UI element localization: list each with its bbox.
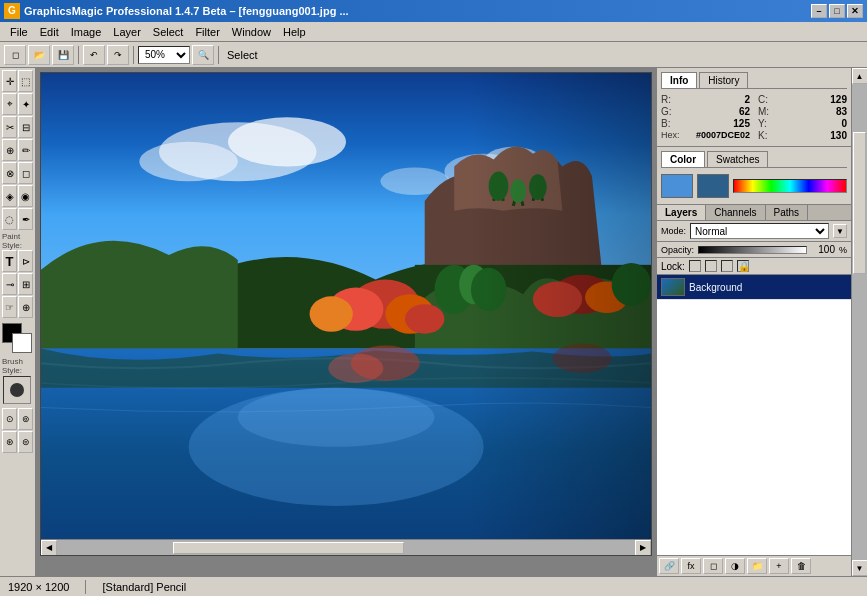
status-bar: 1920 × 1200 [Standard] Pencil (0, 576, 867, 596)
tool-pen[interactable]: ✒ (18, 208, 33, 230)
opacity-label: Opacity: (661, 245, 694, 255)
tool-eraser[interactable]: ◻ (18, 162, 33, 184)
tab-info[interactable]: Info (661, 72, 697, 88)
color-spectrum[interactable] (733, 179, 847, 193)
tool-path-select[interactable]: ⊳ (18, 250, 33, 272)
toolbar-save[interactable]: 💾 (52, 45, 74, 65)
tab-channels[interactable]: Channels (706, 205, 765, 220)
v-scroll-thumb[interactable] (853, 132, 866, 275)
tool-slice[interactable]: ⊟ (18, 116, 33, 138)
tool-lasso[interactable]: ⌖ (2, 93, 17, 115)
menu-edit[interactable]: Edit (34, 24, 65, 40)
opacity-value: 100 (811, 244, 835, 255)
menu-file[interactable]: File (4, 24, 34, 40)
fg-color-picker[interactable] (661, 174, 693, 198)
scroll-down-btn[interactable]: ▼ (852, 560, 868, 576)
layer-style-btn[interactable]: fx (681, 558, 701, 574)
hex-value: #0007DCE02 (696, 130, 750, 140)
tab-paths[interactable]: Paths (766, 205, 809, 220)
tool-zoom[interactable]: ⊕ (18, 296, 33, 318)
tool-extra1[interactable]: ⊙ (2, 408, 17, 430)
tool-extra4[interactable]: ⊜ (18, 431, 33, 453)
brush-style-label: Brush Style: (2, 356, 32, 374)
tool-eyedropper[interactable]: ⊸ (2, 273, 17, 295)
tool-extra3[interactable]: ⊛ (2, 431, 17, 453)
toolbar-open[interactable]: 📂 (28, 45, 50, 65)
status-divider (85, 580, 86, 594)
tool-hand[interactable]: ☞ (2, 296, 17, 318)
zoom-in-btn[interactable]: 🔍 (192, 45, 214, 65)
g-label: G: (661, 106, 672, 117)
blend-menu-btn[interactable]: ▼ (833, 224, 847, 238)
menu-window[interactable]: Window (226, 24, 277, 40)
tool-extra2[interactable]: ⊚ (18, 408, 33, 430)
y-value: 0 (841, 118, 847, 129)
tool-move[interactable]: ✛ (2, 70, 17, 92)
vertical-scrollbar[interactable]: ▲ ▼ (851, 68, 867, 576)
menu-help[interactable]: Help (277, 24, 312, 40)
v-scroll-track[interactable] (852, 84, 867, 560)
tool-pencil[interactable]: ✏ (18, 139, 33, 161)
lock-all-btn[interactable]: 🔒 (737, 260, 749, 272)
toolbar-undo[interactable]: ↶ (83, 45, 105, 65)
h-scroll-track[interactable] (57, 540, 635, 555)
image-dimensions: 1920 × 1200 (8, 581, 69, 593)
app-icon: G (4, 3, 20, 19)
tool-dodge[interactable]: ◌ (2, 208, 17, 230)
scroll-right-btn[interactable]: ▶ (635, 540, 651, 556)
image-container[interactable]: ◀ ▶ (40, 72, 652, 556)
canvas-area[interactable]: ◀ ▶ (36, 68, 656, 576)
menu-image[interactable]: Image (65, 24, 108, 40)
tool-crop[interactable]: ✂ (2, 116, 17, 138)
tab-layers[interactable]: Layers (657, 205, 706, 220)
blend-mode-select[interactable]: Normal Multiply Screen (690, 223, 829, 239)
r-label: R: (661, 94, 671, 105)
layers-list: Background (657, 275, 851, 555)
tool-measure[interactable]: ⊞ (18, 273, 33, 295)
opacity-row: Opacity: 100 % (657, 242, 851, 258)
opacity-slider[interactable] (698, 246, 807, 254)
toolbar-redo[interactable]: ↷ (107, 45, 129, 65)
tool-gradient[interactable]: ◈ (2, 185, 17, 207)
layer-adj-btn[interactable]: ◑ (725, 558, 745, 574)
toolbar-new[interactable]: ◻ (4, 45, 26, 65)
tool-select-rect[interactable]: ⬚ (18, 70, 33, 92)
bg-color-picker[interactable] (697, 174, 729, 198)
h-scroll-thumb[interactable] (173, 542, 404, 554)
layer-item-background[interactable]: Background (657, 275, 851, 300)
minimize-button[interactable]: – (811, 4, 827, 18)
background-color[interactable] (12, 333, 32, 353)
tab-color[interactable]: Color (661, 151, 705, 167)
toolbox: ✛ ⬚ ⌖ ✦ ✂ ⊟ ⊕ ✏ ⊗ ◻ ◈ ◉ ◌ ✒ (0, 68, 36, 576)
tab-swatches[interactable]: Swatches (707, 151, 768, 167)
toolbar-sep1 (78, 46, 79, 64)
close-button[interactable]: ✕ (847, 4, 863, 18)
menu-filter[interactable]: Filter (189, 24, 225, 40)
layer-link-btn[interactable]: 🔗 (659, 558, 679, 574)
blend-mode-label: Mode: (661, 226, 686, 236)
tool-blur[interactable]: ◉ (18, 185, 33, 207)
tool-wand[interactable]: ✦ (18, 93, 33, 115)
layer-mask-btn[interactable]: ◻ (703, 558, 723, 574)
layer-delete-btn[interactable]: 🗑 (791, 558, 811, 574)
lock-position-btn[interactable] (721, 260, 733, 272)
tool-text[interactable]: T (2, 250, 17, 272)
photo-svg (41, 73, 651, 555)
menu-select[interactable]: Select (147, 24, 190, 40)
scroll-left-btn[interactable]: ◀ (41, 540, 57, 556)
scroll-up-btn[interactable]: ▲ (852, 68, 868, 84)
color-panel: Color Swatches (657, 147, 851, 205)
lock-transparent-btn[interactable] (689, 260, 701, 272)
tab-history[interactable]: History (699, 72, 748, 88)
layer-new-btn[interactable]: + (769, 558, 789, 574)
tool-clone[interactable]: ⊗ (2, 162, 17, 184)
horizontal-scrollbar[interactable]: ◀ ▶ (41, 539, 651, 555)
color-swatch-container (2, 323, 32, 353)
zoom-select[interactable]: 50% 100% 200% (138, 46, 190, 64)
tool-heal[interactable]: ⊕ (2, 139, 17, 161)
lock-image-btn[interactable] (705, 260, 717, 272)
layer-controls: Mode: Normal Multiply Screen ▼ (657, 221, 851, 242)
menu-layer[interactable]: Layer (107, 24, 147, 40)
maximize-button[interactable]: □ (829, 4, 845, 18)
layer-group-btn[interactable]: 📁 (747, 558, 767, 574)
